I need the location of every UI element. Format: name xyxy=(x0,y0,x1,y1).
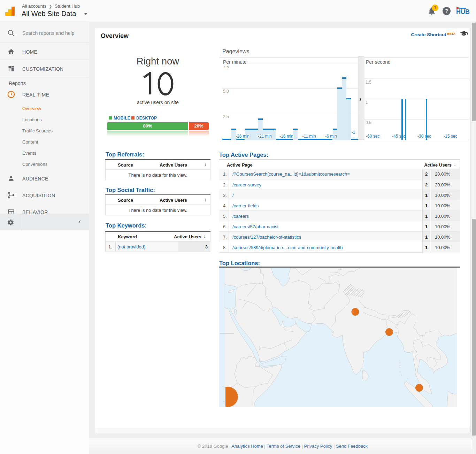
svg-text:-21 min: -21 min xyxy=(258,134,272,139)
svg-text:-30 sec: -30 sec xyxy=(417,134,431,139)
svg-text:-60 sec: -60 sec xyxy=(366,134,379,139)
svg-text:›: › xyxy=(359,95,361,102)
svg-text:-45 sec: -45 sec xyxy=(392,134,406,139)
svg-text:2.5: 2.5 xyxy=(223,114,229,119)
svg-text:-1: -1 xyxy=(352,130,355,135)
svg-text:-11 min: -11 min xyxy=(302,134,316,139)
svg-text:1.5: 1.5 xyxy=(366,80,371,85)
svg-text:-16 min: -16 min xyxy=(279,134,293,139)
svg-text:...: ... xyxy=(352,134,355,139)
svg-text:0.5: 0.5 xyxy=(366,120,371,125)
svg-text:5.0: 5.0 xyxy=(223,89,229,94)
svg-text:-15 sec: -15 sec xyxy=(444,134,457,139)
svg-text:1: 1 xyxy=(366,100,368,105)
svg-text:-6 min: -6 min xyxy=(325,134,337,139)
svg-text:-26 min: -26 min xyxy=(236,134,249,139)
